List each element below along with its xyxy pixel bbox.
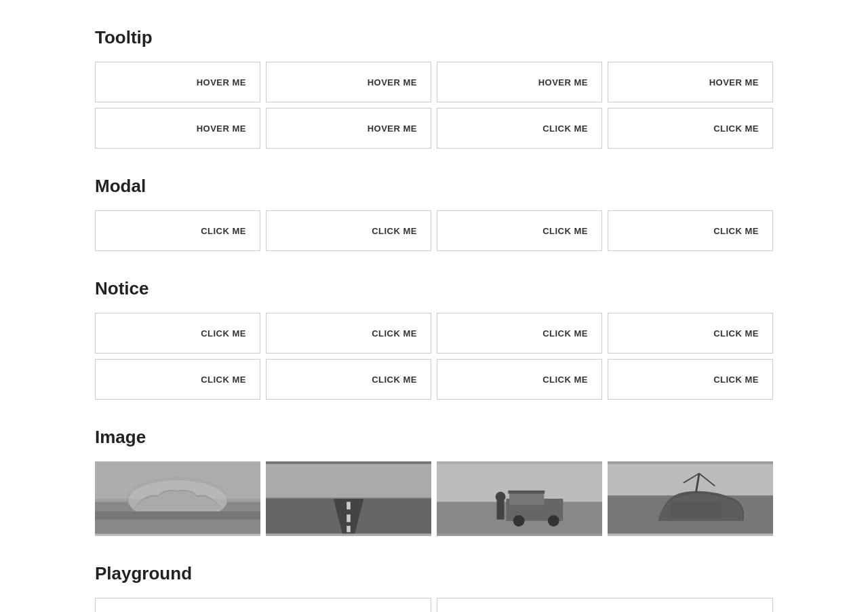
modal-btn-4[interactable]: CLICK ME <box>608 210 773 251</box>
page-container: Tooltip HOVER ME HOVER ME HOVER ME HOVER… <box>0 27 868 612</box>
modal-btn-3[interactable]: CLICK ME <box>437 210 602 251</box>
svg-point-20 <box>513 515 525 527</box>
svg-rect-23 <box>496 501 504 520</box>
section-notice: Notice CLICK ME CLICK ME CLICK ME CLICK … <box>95 278 773 400</box>
svg-rect-22 <box>508 491 545 494</box>
image-3[interactable] <box>437 461 602 536</box>
section-image: Image <box>95 427 773 536</box>
tooltip-btn-hover-4[interactable]: HOVER ME <box>608 62 773 102</box>
tooltip-btn-hover-6[interactable]: HOVER ME <box>266 108 431 149</box>
section-modal: Modal CLICK ME CLICK ME CLICK ME CLICK M… <box>95 176 773 251</box>
notice-row-2: CLICK ME CLICK ME CLICK ME CLICK ME <box>95 359 773 400</box>
svg-rect-8 <box>266 464 431 499</box>
section-playground: Playground CLICK ME CLICK ME <box>95 563 773 612</box>
svg-rect-11 <box>347 502 351 510</box>
modal-btn-2[interactable]: CLICK ME <box>266 210 431 251</box>
svg-rect-31 <box>671 502 722 518</box>
image-grid <box>95 461 773 536</box>
notice-btn-8[interactable]: CLICK ME <box>608 359 773 400</box>
svg-rect-5 <box>95 520 260 533</box>
notice-btn-2[interactable]: CLICK ME <box>266 313 431 353</box>
svg-point-21 <box>548 515 559 527</box>
svg-rect-12 <box>347 514 351 522</box>
section-tooltip: Tooltip HOVER ME HOVER ME HOVER ME HOVER… <box>95 27 773 149</box>
tooltip-btn-hover-5[interactable]: HOVER ME <box>95 108 260 149</box>
tooltip-title: Tooltip <box>95 27 773 48</box>
svg-rect-19 <box>509 493 544 505</box>
notice-btn-5[interactable]: CLICK ME <box>95 359 260 400</box>
notice-row-1: CLICK ME CLICK ME CLICK ME CLICK ME <box>95 313 773 353</box>
tooltip-row-2: HOVER ME HOVER ME CLICK ME CLICK ME <box>95 108 773 149</box>
tooltip-btn-hover-1[interactable]: HOVER ME <box>95 62 260 102</box>
playground-title: Playground <box>95 563 773 584</box>
playground-btn-1[interactable]: CLICK ME <box>95 598 431 612</box>
image-1[interactable] <box>95 461 260 536</box>
modal-title: Modal <box>95 176 773 197</box>
svg-point-24 <box>496 492 506 502</box>
tooltip-btn-click-1[interactable]: CLICK ME <box>437 108 602 149</box>
svg-rect-26 <box>608 464 773 496</box>
notice-btn-4[interactable]: CLICK ME <box>608 313 773 353</box>
notice-title: Notice <box>95 278 773 299</box>
svg-rect-14 <box>266 497 431 499</box>
tooltip-btn-hover-3[interactable]: HOVER ME <box>437 62 602 102</box>
playground-row-1: CLICK ME CLICK ME <box>95 598 773 612</box>
tooltip-btn-click-2[interactable]: CLICK ME <box>608 108 773 149</box>
modal-btn-1[interactable]: CLICK ME <box>95 210 260 251</box>
notice-btn-6[interactable]: CLICK ME <box>266 359 431 400</box>
image-title: Image <box>95 427 773 448</box>
image-2[interactable] <box>266 461 431 536</box>
modal-row-1: CLICK ME CLICK ME CLICK ME CLICK ME <box>95 210 773 251</box>
notice-btn-1[interactable]: CLICK ME <box>95 313 260 353</box>
tooltip-btn-hover-2[interactable]: HOVER ME <box>266 62 431 102</box>
notice-btn-7[interactable]: CLICK ME <box>437 359 602 400</box>
playground-btn-2[interactable]: CLICK ME <box>437 598 773 612</box>
image-4[interactable] <box>608 461 773 536</box>
svg-rect-13 <box>347 526 351 532</box>
notice-btn-3[interactable]: CLICK ME <box>437 313 602 353</box>
tooltip-row-1: HOVER ME HOVER ME HOVER ME HOVER ME <box>95 62 773 102</box>
